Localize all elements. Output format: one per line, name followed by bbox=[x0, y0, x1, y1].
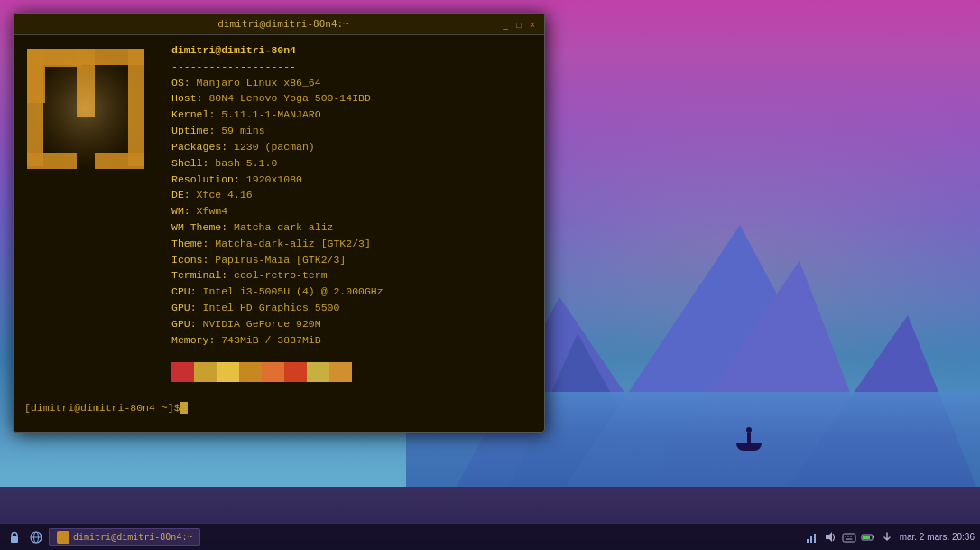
palette-swatch bbox=[262, 362, 284, 382]
terminal-body: dimitri@dimitri-80n4 -------------------… bbox=[14, 35, 544, 432]
info-row: Memory: 743MiB / 3837MiB bbox=[171, 332, 540, 349]
info-username: dimitri@dimitri-80n4 bbox=[171, 44, 296, 56]
titlebar-buttons[interactable]: _ □ × bbox=[501, 20, 537, 29]
info-key: Kernel: bbox=[171, 108, 221, 120]
info-value: Intel i3-5005U (4) @ 2.000GHz bbox=[203, 285, 384, 297]
taskbar-browser-icon[interactable] bbox=[27, 528, 45, 546]
info-row: Shell: bash 5.1.0 bbox=[171, 155, 540, 172]
info-key: GPU: bbox=[171, 302, 203, 313]
palette-swatch bbox=[217, 362, 239, 382]
terminal-prompt: [dimitri@dimitri-80n4 ~]$ bbox=[24, 402, 188, 414]
info-value: Intel HD Graphics 5500 bbox=[203, 302, 340, 313]
palette-swatch bbox=[239, 362, 262, 382]
info-key: Host: bbox=[171, 92, 208, 104]
info-value: Matcha-dark-aliz bbox=[234, 221, 333, 233]
info-key: Packages: bbox=[171, 141, 234, 153]
cursor bbox=[180, 402, 188, 414]
tray-keyboard-icon[interactable] bbox=[842, 530, 856, 545]
taskbar: dimitri@dimitri-80n4:~ bbox=[0, 523, 980, 550]
info-row: Terminal: cool-retro-term bbox=[171, 267, 540, 284]
palette-swatch bbox=[284, 362, 307, 382]
svg-rect-16 bbox=[814, 534, 816, 543]
close-button[interactable]: × bbox=[528, 20, 537, 29]
info-value: cool-retro-term bbox=[234, 269, 328, 281]
desktop: dimitri@dimitri-80n4:~ _ □ × bbox=[0, 0, 980, 550]
info-row: Theme: Matcha-dark-aliz [GTK2/3] bbox=[171, 236, 540, 252]
svg-rect-9 bbox=[27, 49, 144, 169]
info-key: GPU: bbox=[171, 318, 203, 330]
info-value: Manjaro Linux x86_64 bbox=[197, 77, 321, 89]
info-key: Terminal: bbox=[171, 269, 234, 281]
info-value: 743MiB / 3837MiB bbox=[221, 334, 320, 346]
svg-rect-14 bbox=[807, 539, 809, 543]
taskbar-left: dimitri@dimitri-80n4:~ bbox=[5, 528, 200, 546]
info-value: 1230 (pacman) bbox=[234, 141, 315, 153]
info-row: Host: 80N4 Lenovo Yoga 500-14IBD bbox=[171, 90, 540, 107]
info-username-line: dimitri@dimitri-80n4 bbox=[171, 42, 540, 59]
info-key: Icons: bbox=[171, 254, 215, 266]
svg-rect-25 bbox=[863, 536, 870, 539]
info-row: Packages: 1230 (pacman) bbox=[171, 139, 540, 155]
palette-swatch bbox=[171, 362, 194, 382]
svg-marker-17 bbox=[826, 532, 832, 542]
taskbar-app-label: dimitri@dimitri-80n4:~ bbox=[73, 532, 192, 542]
terminal-window[interactable]: dimitri@dimitri-80n4:~ _ □ × bbox=[13, 13, 545, 433]
tray-battery-icon[interactable] bbox=[861, 530, 875, 545]
palette-swatch bbox=[307, 362, 329, 382]
fisher bbox=[736, 424, 763, 451]
taskbar-app-icon bbox=[57, 531, 69, 544]
color-palette bbox=[171, 362, 352, 382]
maximize-button[interactable]: □ bbox=[514, 20, 523, 29]
info-key: OS: bbox=[171, 77, 197, 89]
info-value: 80N4 Lenovo Yoga 500-14IBD bbox=[208, 92, 370, 104]
taskbar-clock: mar. 2 mars. 20:36 bbox=[900, 532, 975, 542]
info-key: Shell: bbox=[171, 157, 215, 169]
info-value: Xfce 4.16 bbox=[197, 189, 253, 200]
info-row: Kernel: 5.11.1-1-MANJARO bbox=[171, 107, 540, 123]
info-key: Memory: bbox=[171, 334, 221, 346]
info-key: DE: bbox=[171, 189, 197, 200]
taskbar-right: mar. 2 mars. 20:36 bbox=[804, 530, 975, 545]
taskbar-systray bbox=[804, 530, 894, 545]
info-value: Papirus-Maia [GTK2/3] bbox=[215, 254, 346, 266]
info-key: WM Theme: bbox=[171, 221, 234, 233]
info-value: Xfwm4 bbox=[197, 205, 228, 217]
neofetch-info: dimitri@dimitri-80n4 -------------------… bbox=[171, 42, 540, 348]
info-key: Uptime: bbox=[171, 125, 221, 136]
info-row: WM: Xfwm4 bbox=[171, 203, 540, 219]
info-row: GPU: NVIDIA GeForce 920M bbox=[171, 316, 540, 332]
minimize-button[interactable]: _ bbox=[501, 20, 510, 29]
svg-rect-18 bbox=[843, 534, 855, 542]
tray-volume-icon[interactable] bbox=[823, 530, 837, 545]
info-lines: OS: Manjaro Linux x86_64Host: 80N4 Lenov… bbox=[171, 75, 540, 349]
taskbar-terminal-app[interactable]: dimitri@dimitri-80n4:~ bbox=[49, 528, 200, 546]
info-row: Resolution: 1920x1080 bbox=[171, 172, 540, 188]
palette-swatch bbox=[329, 362, 352, 382]
taskbar-lock-icon[interactable] bbox=[5, 528, 23, 546]
info-value: 1920x1080 bbox=[246, 173, 302, 185]
info-row: WM Theme: Matcha-dark-aliz bbox=[171, 219, 540, 236]
tray-update-icon[interactable] bbox=[880, 530, 894, 545]
prompt-text: [dimitri@dimitri-80n4 ~]$ bbox=[24, 402, 180, 414]
info-separator: -------------------- bbox=[171, 59, 540, 75]
terminal-title: dimitri@dimitri-80n4:~ bbox=[66, 18, 501, 30]
tray-network-icon[interactable] bbox=[804, 530, 818, 545]
info-key: Resolution: bbox=[171, 173, 246, 185]
info-row: CPU: Intel i3-5005U (4) @ 2.000GHz bbox=[171, 284, 540, 300]
info-value: 59 mins bbox=[221, 125, 264, 136]
info-key: Theme: bbox=[171, 238, 215, 249]
info-row: GPU: Intel HD Graphics 5500 bbox=[171, 300, 540, 316]
info-value: 5.11.1-1-MANJARO bbox=[221, 108, 320, 120]
info-row: DE: Xfce 4.16 bbox=[171, 187, 540, 203]
terminal-titlebar: dimitri@dimitri-80n4:~ _ □ × bbox=[14, 14, 544, 35]
info-value: bash 5.1.0 bbox=[215, 157, 277, 169]
info-value: Matcha-dark-aliz [GTK2/3] bbox=[215, 238, 371, 249]
info-row: OS: Manjaro Linux x86_64 bbox=[171, 75, 540, 91]
svg-rect-10 bbox=[11, 536, 18, 543]
info-key: CPU: bbox=[171, 285, 203, 297]
palette-swatch bbox=[194, 362, 217, 382]
svg-rect-24 bbox=[873, 536, 874, 538]
info-value: NVIDIA GeForce 920M bbox=[203, 318, 321, 330]
info-row: Uptime: 59 mins bbox=[171, 123, 540, 139]
info-row: Icons: Papirus-Maia [GTK2/3] bbox=[171, 252, 540, 268]
